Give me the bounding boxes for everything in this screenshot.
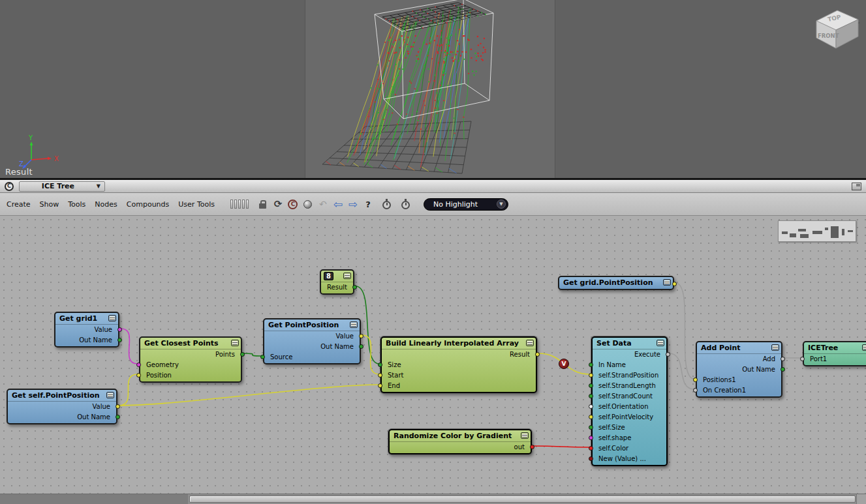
node-menu-icon[interactable] (771, 344, 779, 351)
scrollbar-thumb[interactable] (189, 496, 856, 503)
port-port1[interactable]: Port1 (804, 354, 866, 364)
port-self-color[interactable]: self.Color (593, 443, 666, 454)
port-self-pointvelocity[interactable]: self.PointVelocity (593, 412, 666, 422)
node-eight[interactable]: 8Result (320, 269, 354, 295)
node-get-grid1[interactable]: Get grid1ValueOut Name (54, 312, 119, 348)
port-dot[interactable] (378, 383, 382, 388)
wire-get-grid1-to-get-closest-points[interactable] (121, 329, 138, 364)
port-positions1[interactable]: Positions1 (697, 375, 781, 385)
port-position[interactable]: Position (140, 370, 241, 381)
node-title[interactable]: Get self.PointPosition (8, 390, 116, 402)
port-dot[interactable] (359, 334, 363, 338)
node-icetree[interactable]: ICETreePort1 (803, 341, 866, 366)
port-new-value-[interactable]: New (Value) ... (593, 454, 666, 464)
port-dot[interactable] (589, 415, 593, 419)
port-value[interactable]: Value (8, 402, 116, 412)
node-add-point[interactable]: Add PointAddOut NamePositions1On Creatio… (696, 341, 782, 398)
node-title[interactable]: ICETree (804, 342, 866, 354)
stopwatch-alt-icon[interactable] (399, 198, 412, 211)
node-get-grid-pointposition[interactable]: Get grid.PointPosition (558, 276, 674, 290)
node-title[interactable]: Set Data (593, 338, 666, 349)
node-menu-icon[interactable] (231, 340, 239, 346)
port-dot[interactable] (781, 357, 785, 361)
wire-get-self-pointposition-to-build-array[interactable] (119, 385, 379, 406)
port-dot[interactable] (589, 383, 593, 388)
port-dot[interactable] (589, 446, 593, 451)
port-dot[interactable] (589, 436, 593, 440)
node-title[interactable]: 8 (321, 271, 353, 282)
port-dot[interactable] (800, 357, 805, 361)
port-self-shape[interactable]: self.shape (593, 433, 666, 443)
c-badge-icon[interactable]: C (286, 198, 300, 211)
node-menu-icon[interactable] (862, 344, 866, 351)
port-dot[interactable] (672, 282, 677, 286)
menu-tools[interactable]: Tools (68, 200, 85, 209)
port-self-strandcount[interactable]: self.StrandCount (593, 391, 666, 402)
menu-compounds[interactable]: Compounds (127, 200, 170, 209)
port-dot[interactable] (589, 394, 593, 398)
menu-user-tools[interactable]: User Tools (178, 200, 215, 209)
wire-get-closest-points-to-get-pointposition[interactable] (243, 353, 262, 356)
node-title[interactable]: Get PointPosition (264, 319, 360, 331)
nav-forward-icon[interactable]: ⇨ (347, 198, 360, 211)
port-out-name[interactable]: Out Name (8, 412, 116, 422)
node-menu-icon[interactable] (343, 273, 351, 279)
port-self-strandposition[interactable]: self.StrandPosition (593, 370, 666, 381)
softimage-logo-icon[interactable]: C (5, 182, 14, 191)
node-get-self-pointposition[interactable]: Get self.PointPositionValueOut Name (7, 389, 117, 424)
node-title[interactable]: Randomize Color by Gradient (390, 430, 531, 442)
node-title[interactable]: Get Closest Points (140, 338, 241, 349)
port-dot[interactable] (136, 373, 141, 378)
port-dot[interactable] (117, 327, 122, 332)
port-dot[interactable] (352, 285, 357, 289)
nav-back-icon[interactable]: ⇦ (332, 198, 345, 211)
node-graph-canvas[interactable]: V Get grid1ValueOut NameGet self.PointPo… (0, 216, 866, 494)
wire-set-data-to-add-point[interactable] (669, 353, 694, 389)
scrollbar-track[interactable] (0, 494, 188, 504)
sphere-icon[interactable] (302, 198, 315, 211)
lock-icon[interactable] (256, 198, 270, 211)
port-source[interactable]: Source (264, 352, 360, 363)
port-out[interactable]: out (390, 442, 531, 452)
highlight-dropdown[interactable]: No Highlight ▼ (424, 198, 508, 211)
port-in-name[interactable]: In Name (593, 360, 666, 370)
port-dot[interactable] (535, 352, 540, 357)
port-self-orientation[interactable]: self.Orientation (593, 402, 666, 412)
port-result[interactable]: Result (382, 349, 536, 360)
viewport-right-panel[interactable]: TOP FRONT (555, 0, 866, 178)
help-icon[interactable]: ? (362, 198, 375, 211)
port-start[interactable]: Start (382, 370, 536, 381)
port-dot[interactable] (781, 367, 785, 372)
horizontal-scrollbar[interactable] (0, 494, 866, 504)
port-dot[interactable] (359, 344, 363, 349)
panel-maximize-icon[interactable] (852, 183, 861, 190)
port-dot[interactable] (378, 363, 382, 367)
port-self-size[interactable]: self.Size (593, 422, 666, 433)
viewport-3d-scene[interactable] (305, 0, 555, 178)
port-dot[interactable] (530, 445, 534, 449)
panel-presets-icon[interactable] (230, 198, 249, 211)
wire-get-pointposition-to-build-array[interactable] (362, 335, 379, 374)
port-dot[interactable] (589, 373, 593, 378)
node-menu-icon[interactable] (108, 315, 116, 321)
port-add[interactable]: Add (697, 354, 781, 364)
port-dot[interactable] (240, 352, 245, 357)
refresh-icon[interactable]: ⟳ (271, 198, 285, 211)
port-value[interactable]: Value (55, 325, 118, 335)
node-title[interactable]: Add Point (697, 342, 781, 354)
menu-create[interactable]: Create (7, 200, 31, 209)
port-dot[interactable] (666, 352, 670, 357)
undo-icon[interactable]: ↶ (317, 198, 330, 211)
port-dot[interactable] (693, 388, 698, 393)
port-dot[interactable] (589, 425, 593, 430)
node-title[interactable]: Get grid.PointPosition (559, 277, 673, 289)
3d-viewport[interactable]: Y X Z Result TOP FRONT (0, 0, 866, 178)
node-randomize-color[interactable]: Randomize Color by Gradientout (388, 429, 532, 454)
port-points[interactable]: Points (140, 349, 241, 360)
wire-get-self-pointposition-to-get-closest-points[interactable] (119, 374, 138, 406)
view-cube[interactable]: TOP FRONT (805, 4, 863, 55)
view-type-dropdown[interactable]: ICE Tree ▼ (19, 181, 105, 192)
wire-get-grid-pointposition-to-add-point[interactable] (675, 283, 694, 379)
node-get-pointposition[interactable]: Get PointPositionValueOut NameSource (263, 318, 361, 364)
node-menu-icon[interactable] (350, 321, 358, 328)
